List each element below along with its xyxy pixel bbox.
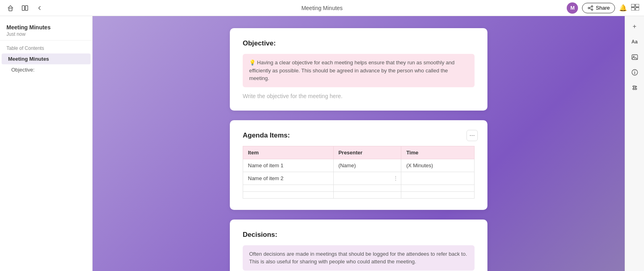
col-time: Time	[401, 146, 475, 159]
view-toggle-button[interactable]	[631, 4, 639, 12]
svg-rect-2	[25, 6, 28, 10]
objective-card: Objective: 💡 Having a clear objective fo…	[230, 28, 487, 111]
agenda-more-button[interactable]: ···	[466, 130, 478, 141]
command-button[interactable]	[628, 81, 641, 94]
row4-item[interactable]	[243, 191, 334, 198]
table-row: Name of item 1 (Name) (X Minutes)	[243, 159, 475, 172]
share-label: Share	[596, 5, 610, 11]
row1-item[interactable]: Name of item 1	[243, 159, 334, 172]
sidebar-item-objective[interactable]: Objective:	[2, 64, 91, 75]
svg-rect-1	[22, 6, 25, 10]
main-layout: Meeting Minutes Just now Table of Conten…	[0, 16, 644, 271]
row1-time[interactable]: (X Minutes)	[401, 159, 475, 172]
agenda-title: Agenda Items:	[243, 131, 475, 140]
svg-rect-8	[631, 8, 635, 10]
sidebar-item-meeting-minutes[interactable]: Meeting Minutes	[2, 53, 91, 64]
notifications-button[interactable]: 🔔	[619, 4, 627, 12]
svg-rect-14	[634, 87, 634, 88]
sidebar-doc-title: Meeting Minutes	[6, 24, 86, 31]
svg-point-5	[591, 9, 593, 10]
col-item: Item	[243, 146, 334, 159]
objective-hint: 💡 Having a clear objective for each meet…	[243, 54, 475, 87]
row2-time[interactable]	[401, 172, 475, 185]
svg-point-11	[633, 56, 634, 57]
row3-item[interactable]	[243, 185, 334, 191]
row3-time[interactable]	[401, 185, 475, 191]
topbar: Meeting Minutes M Share 🔔	[0, 0, 644, 16]
sidebar-doc-time: Just now	[6, 31, 86, 37]
content-area: Objective: 💡 Having a clear objective fo…	[93, 16, 625, 271]
table-row	[243, 191, 475, 198]
row2-presenter[interactable]: ⋮	[333, 172, 401, 185]
share-button[interactable]: Share	[582, 3, 615, 13]
right-panel: + Aa	[625, 16, 644, 271]
back-button[interactable]	[34, 2, 45, 14]
svg-rect-6	[631, 4, 635, 7]
svg-point-4	[588, 7, 590, 9]
toc-label: Table of Contents	[0, 44, 92, 53]
sidebar-doc-item[interactable]: Meeting Minutes Just now	[0, 21, 92, 41]
svg-rect-9	[636, 8, 639, 10]
topbar-left	[5, 2, 45, 14]
row3-presenter[interactable]	[333, 185, 401, 191]
table-row: Name of item 2 ⋮	[243, 172, 475, 185]
topbar-title: Meeting Minutes	[301, 5, 343, 11]
home-button[interactable]	[5, 2, 16, 14]
svg-rect-15	[635, 87, 636, 88]
svg-rect-7	[636, 4, 639, 7]
row2-item[interactable]: Name of item 2	[243, 172, 334, 185]
svg-point-13	[634, 71, 635, 72]
decisions-card: Decisions: Often decisions are made in m…	[230, 220, 487, 271]
font-button[interactable]: Aa	[628, 35, 641, 48]
objective-placeholder[interactable]: Write the objective for the meeting here…	[243, 93, 475, 99]
image-button[interactable]	[628, 51, 641, 64]
topbar-right: M Share 🔔	[567, 2, 639, 14]
table-row	[243, 185, 475, 191]
row4-presenter[interactable]	[333, 191, 401, 198]
decisions-title: Decisions:	[243, 231, 475, 239]
agenda-table: Item Presenter Time Name of item 1 (Name…	[243, 146, 475, 199]
row4-time[interactable]	[401, 191, 475, 198]
sidebar: Meeting Minutes Just now Table of Conten…	[0, 16, 93, 271]
svg-point-3	[591, 6, 593, 7]
row-options-icon[interactable]: ⋮	[393, 175, 398, 181]
decisions-hint: Often decisions are made in meetings tha…	[243, 245, 475, 271]
info-button[interactable]	[628, 66, 641, 79]
objective-title: Objective:	[243, 39, 475, 47]
layout-toggle-button[interactable]	[19, 2, 31, 14]
agenda-card: ··· Agenda Items: Item Presenter Time Na…	[230, 120, 487, 210]
svg-rect-0	[9, 8, 12, 11]
row1-presenter[interactable]: (Name)	[333, 159, 401, 172]
user-avatar[interactable]: M	[567, 2, 578, 14]
add-block-button[interactable]: +	[628, 20, 641, 33]
col-presenter: Presenter	[333, 146, 401, 159]
